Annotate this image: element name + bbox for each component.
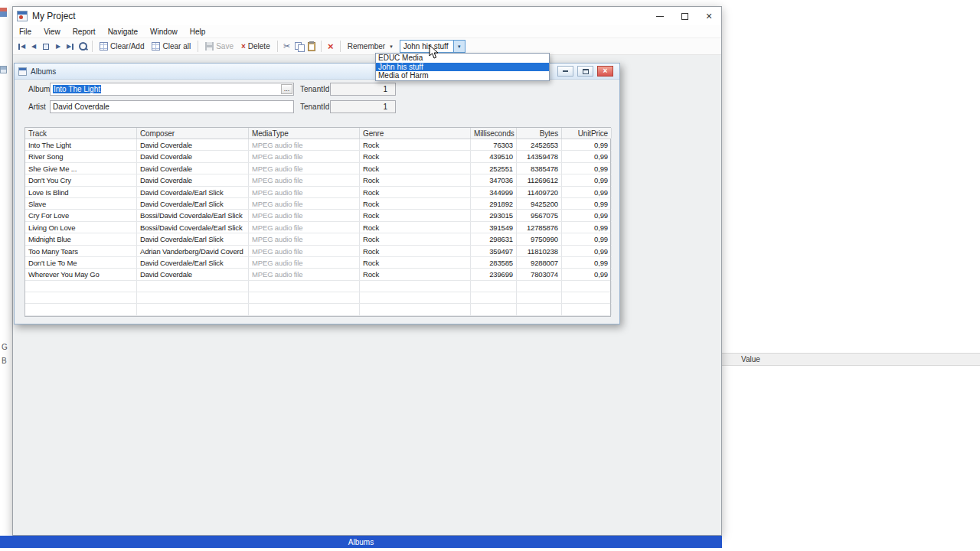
cell-genre[interactable]: Rock [360,210,471,220]
dropdown-option[interactable]: EDUC Media [376,54,549,63]
next-record-button[interactable]: ▶ [52,40,64,54]
cell-composer[interactable]: Bossi/David Coverdale/Earl Slick [137,222,249,233]
track-row[interactable]: Love Is BlindDavid Coverdale/Earl SlickM… [25,187,610,198]
cell-genre[interactable]: Rock [360,222,471,233]
cell-track[interactable]: She Give Me ... [25,163,137,174]
cell-bytes[interactable]: 14359478 [517,151,562,161]
cell-genre[interactable]: Rock [360,246,471,256]
cut-button[interactable]: ✂ [281,40,293,54]
cell-unitprice[interactable]: 0,99 [562,246,612,256]
cell-unitprice[interactable] [562,281,612,292]
cell-unitprice[interactable]: 0,99 [562,139,612,150]
cell-milliseconds[interactable]: 391549 [471,222,517,233]
cell-bytes[interactable]: 9750990 [517,233,562,244]
cell-track[interactable]: Love Is Blind [25,187,137,197]
cell-unitprice[interactable] [562,292,612,303]
cell-mediatype[interactable]: MPEG audio file [249,269,360,279]
cell-genre[interactable]: Rock [360,187,471,197]
cell-composer[interactable]: David Coverdale/Earl Slick [137,233,249,244]
cell-bytes[interactable]: 11409720 [517,187,562,197]
track-row[interactable]: Don't You CryDavid CoverdaleMPEG audio f… [25,174,610,186]
cell-mediatype[interactable]: MPEG audio file [249,198,360,209]
cell-genre[interactable]: Rock [360,269,471,279]
cell-mediatype[interactable]: MPEG audio file [249,174,360,185]
cell-bytes[interactable]: 8385478 [517,163,562,174]
column-header-track[interactable]: Track [25,128,137,139]
cell-milliseconds[interactable] [471,281,517,292]
cancel-button[interactable]: × [325,40,337,54]
delete-button[interactable]: ×Delete [237,41,274,51]
cell-track[interactable]: Midnight Blue [25,233,137,244]
dropdown-option[interactable]: John his stuff [376,63,549,72]
cell-mediatype[interactable]: MPEG audio file [249,151,360,161]
cell-milliseconds[interactable] [471,304,517,315]
cell-milliseconds[interactable]: 252551 [471,163,517,174]
cell-composer[interactable]: David Coverdale/Earl Slick [137,257,249,268]
cell-bytes[interactable]: 12785876 [517,222,562,233]
cell-bytes[interactable]: 11269612 [517,174,562,185]
close-button[interactable]: × [697,7,721,25]
cell-bytes[interactable]: 7803074 [517,269,562,279]
column-header-bytes[interactable]: Bytes [517,128,562,139]
track-row[interactable]: Too Many TearsAdrian Vanderberg/David Co… [25,246,610,257]
cell-bytes[interactable]: 9288007 [517,257,562,268]
empty-row[interactable] [25,292,610,304]
cell-milliseconds[interactable]: 344999 [471,187,517,197]
cell-composer[interactable]: David Coverdale [137,174,249,185]
cell-unitprice[interactable]: 0,99 [562,187,612,197]
cell-composer[interactable]: David Coverdale/Earl Slick [137,187,249,197]
cell-milliseconds[interactable]: 239699 [471,269,517,279]
artist-input[interactable]: David Coverdale [50,100,294,113]
menu-item-view[interactable]: View [38,25,67,37]
cell-unitprice[interactable]: 0,99 [562,163,612,174]
track-row[interactable]: Living On LoveBossi/David Coverdale/Earl… [25,222,610,233]
albums-minimize-button[interactable] [557,66,573,77]
cell-mediatype[interactable]: MPEG audio file [249,233,360,244]
maximize-button[interactable] [672,7,697,25]
cell-mediatype[interactable]: MPEG audio file [249,257,360,268]
cell-unitprice[interactable]: 0,99 [562,174,612,185]
track-row[interactable]: SlaveDavid Coverdale/Earl SlickMPEG audi… [25,198,610,210]
cell-unitprice[interactable]: 0,99 [562,222,612,233]
cell-bytes[interactable]: 9425200 [517,198,562,209]
menu-item-report[interactable]: Report [67,25,102,37]
album-input[interactable]: Into The Light ... [50,83,294,96]
media-combo-dropdown-button[interactable]: ▾ [453,41,465,52]
cell-composer[interactable]: Adrian Vanderberg/David Coverd [137,246,249,256]
menu-item-navigate[interactable]: Navigate [102,25,144,37]
albums-close-button[interactable]: × [597,66,613,77]
remember-dropdown-button[interactable]: Remember▾ [344,41,397,51]
cell-genre[interactable]: Rock [360,139,471,150]
minimize-button[interactable] [648,7,672,25]
cell-mediatype[interactable]: MPEG audio file [249,139,360,150]
cell-mediatype[interactable] [249,304,360,315]
cell-mediatype[interactable]: MPEG audio file [249,163,360,174]
dropdown-option[interactable]: Media of Harm [376,71,549,80]
track-row[interactable]: She Give Me ...David CoverdaleMPEG audio… [25,163,610,174]
cell-unitprice[interactable]: 0,99 [562,151,612,161]
track-row[interactable]: Midnight BlueDavid Coverdale/Earl SlickM… [25,233,610,245]
cell-unitprice[interactable]: 0,99 [562,257,612,268]
cell-track[interactable]: Wherever You May Go [25,269,137,279]
column-header-composer[interactable]: Composer [137,128,249,139]
cell-milliseconds[interactable]: 283585 [471,257,517,268]
menu-item-file[interactable]: File [13,25,38,37]
cell-genre[interactable]: Rock [360,151,471,161]
cell-unitprice[interactable]: 0,99 [562,269,612,279]
cell-bytes[interactable] [517,304,562,315]
cell-composer[interactable] [137,304,249,315]
cell-mediatype[interactable]: MPEG audio file [249,187,360,197]
cell-bytes[interactable] [517,292,562,303]
cell-genre[interactable] [360,281,471,292]
cell-composer[interactable]: David Coverdale [137,151,249,161]
cell-track[interactable]: Cry For Love [25,210,137,220]
cell-milliseconds[interactable]: 291892 [471,198,517,209]
cell-track[interactable]: Don't You Cry [25,174,137,185]
copy-button[interactable] [293,40,305,54]
cell-milliseconds[interactable]: 359497 [471,246,517,256]
cell-composer[interactable]: Bossi/David Coverdale/Earl Slick [137,210,249,220]
cell-genre[interactable]: Rock [360,163,471,174]
empty-row[interactable] [25,281,610,292]
cell-milliseconds[interactable]: 76303 [471,139,517,150]
cell-track[interactable]: Slave [25,198,137,209]
